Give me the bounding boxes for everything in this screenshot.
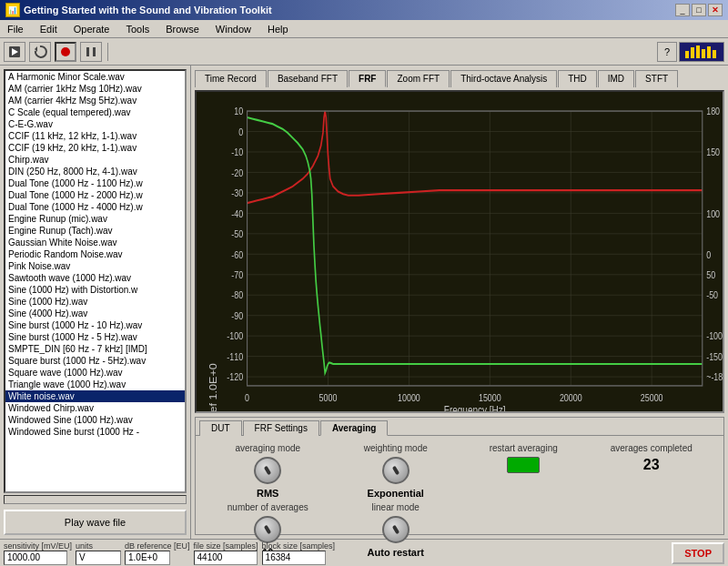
toolbar-run-button[interactable] xyxy=(4,42,25,62)
list-item[interactable]: CCIF (11 kHz, 12 kHz, 1-1).wav xyxy=(5,130,185,142)
toolbar-pause-button[interactable] xyxy=(80,42,102,62)
svg-text:-80: -80 xyxy=(231,289,243,300)
list-item[interactable]: Sine burst (1000 Hz - 10 Hz).wav xyxy=(5,319,185,331)
list-item[interactable]: SMPTE_DIN [60 Hz - 7 kHz] [IMD] xyxy=(5,343,185,355)
averaging-mode-knob[interactable] xyxy=(254,457,281,484)
bottom-tab-averaging[interactable]: Averaging xyxy=(320,420,389,436)
window-title: Getting Started with the Sound and Vibra… xyxy=(24,5,272,15)
svg-rect-5 xyxy=(93,47,96,56)
linear-mode-knob[interactable] xyxy=(382,516,410,543)
toolbar-reset-button[interactable] xyxy=(29,42,51,62)
list-item[interactable]: Windowed Sine burst (1000 Hz - xyxy=(5,426,185,438)
units-field: units xyxy=(76,541,121,565)
list-item[interactable]: Square wave (1000 Hz).wav xyxy=(5,367,185,379)
menu-edit[interactable]: Edit xyxy=(36,23,61,35)
block-size-input[interactable] xyxy=(262,551,326,565)
list-item[interactable]: Square burst (1000 Hz - 5Hz).wav xyxy=(5,355,185,367)
list-item[interactable]: Triangle wave (1000 Hz).wav xyxy=(5,379,185,390)
menu-help[interactable]: Help xyxy=(264,23,292,35)
maximize-button[interactable]: □ xyxy=(692,4,706,16)
sensitivity-label: sensitivity [mV/EU] xyxy=(4,541,72,551)
svg-rect-12 xyxy=(713,50,716,58)
file-listbox[interactable]: A Harmonic Minor Scale.wavAM (carrier 1k… xyxy=(4,69,187,493)
main-area: A Harmonic Minor Scale.wavAM (carrier 1k… xyxy=(0,66,728,539)
db-ref-field: dB reference [EU] xyxy=(125,541,190,565)
list-item[interactable]: Chirp.wav xyxy=(5,154,185,166)
toolbar-record-button[interactable] xyxy=(55,42,76,62)
list-item[interactable]: Engine Runup (Tach).wav xyxy=(5,225,185,237)
sensitivity-field: sensitivity [mV/EU] xyxy=(4,541,72,565)
weighting-mode-value: Exponential xyxy=(368,488,424,499)
list-item[interactable]: DIN (250 Hz, 8000 Hz, 4-1).wav xyxy=(5,166,185,177)
menu-tools[interactable]: Tools xyxy=(122,23,153,35)
list-item[interactable]: Pink Noise.wav xyxy=(5,260,185,272)
list-item[interactable]: Sine (1000 Hz) with Distortion.w xyxy=(5,284,185,296)
list-item[interactable]: Periodic Random Noise.wav xyxy=(5,248,185,260)
list-item[interactable]: C-E-G.wav xyxy=(5,118,185,130)
tab-third-octave-analysis[interactable]: Third-octave Analysis xyxy=(450,70,557,87)
bottom-section: DUTFRF SettingsAveraging averaging mode … xyxy=(195,417,724,535)
svg-text:0: 0 xyxy=(245,392,249,403)
list-item[interactable]: Dual Tone (1000 Hz - 1100 Hz).w xyxy=(5,177,185,189)
num-averages-knob[interactable] xyxy=(254,516,281,543)
units-input[interactable] xyxy=(76,551,121,565)
window-icon: 📊 xyxy=(5,3,20,17)
bottom-tab-dut[interactable]: DUT xyxy=(199,420,242,436)
minimize-button[interactable]: _ xyxy=(675,4,690,16)
list-item[interactable]: AM (carrier 1kHz Msg 10Hz).wav xyxy=(5,83,185,95)
tab-zoom-fft[interactable]: Zoom FFT xyxy=(387,70,450,87)
svg-text:-90: -90 xyxy=(231,310,243,321)
list-item[interactable]: Engine Runup (mic).wav xyxy=(5,213,185,225)
restart-toggle[interactable] xyxy=(507,457,540,473)
logo xyxy=(679,42,724,62)
tab-baseband-fft[interactable]: Baseband FFT xyxy=(268,70,348,87)
close-button[interactable]: ✕ xyxy=(708,4,723,16)
tab-imd[interactable]: IMD xyxy=(598,70,634,87)
menu-window[interactable]: Window xyxy=(212,23,255,35)
file-size-input[interactable] xyxy=(194,551,258,565)
list-item[interactable]: Sawtooth wave (1000 Hz).wav xyxy=(5,272,185,284)
list-item[interactable]: Sine (1000 Hz).wav xyxy=(5,296,185,308)
chart-container: 10 0 -10 -20 -30 -40 -50 -60 -70 -80 -90… xyxy=(195,90,724,413)
horizontal-scrollbar[interactable] xyxy=(4,495,187,504)
svg-text:10000: 10000 xyxy=(398,392,420,403)
tab-time-record[interactable]: Time Record xyxy=(195,70,267,87)
list-item[interactable]: Windowed Sine (1000 Hz).wav xyxy=(5,414,185,426)
db-ref-input[interactable] xyxy=(125,551,170,565)
svg-text:-100: -100 xyxy=(227,330,243,341)
list-item[interactable]: C Scale (equal tempered).wav xyxy=(5,106,185,118)
svg-text:-70: -70 xyxy=(231,269,243,280)
list-item[interactable]: Dual Tone (1000 Hz - 4000 Hz).w xyxy=(5,201,185,213)
weighting-mode-knob[interactable] xyxy=(382,457,410,484)
file-list-panel: A Harmonic Minor Scale.wavAM (carrier 1k… xyxy=(0,66,191,539)
help-button[interactable]: ? xyxy=(657,42,677,62)
svg-text:-100: -100 xyxy=(706,330,723,341)
tab-thd[interactable]: THD xyxy=(558,70,597,87)
tab-stft[interactable]: STFT xyxy=(635,70,678,87)
list-item[interactable]: CCIF (19 kHz, 20 kHz, 1-1).wav xyxy=(5,142,185,154)
svg-text:dB ref 1.0E+0: dB ref 1.0E+0 xyxy=(208,363,218,411)
list-item[interactable]: Gaussian White Noise.wav xyxy=(5,237,185,248)
svg-text:-60: -60 xyxy=(231,249,243,260)
linear-mode-label: linear mode xyxy=(372,502,420,512)
list-item[interactable]: Sine burst (1000 Hz - 5 Hz).wav xyxy=(5,331,185,343)
title-bar: 📊 Getting Started with the Sound and Vib… xyxy=(0,0,728,20)
play-wave-button[interactable]: Play wave file xyxy=(4,510,187,535)
menu-file[interactable]: File xyxy=(4,23,27,35)
stop-button[interactable]: STOP xyxy=(672,542,724,564)
bottom-tab-frf-settings[interactable]: FRF Settings xyxy=(243,420,319,436)
menu-operate[interactable]: Operate xyxy=(70,23,114,35)
list-item[interactable]: White noise.wav xyxy=(5,390,185,402)
list-item[interactable]: Dual Tone (1000 Hz - 2000 Hz).w xyxy=(5,189,185,201)
menu-browse[interactable]: Browse xyxy=(162,23,203,35)
list-item[interactable]: A Harmonic Minor Scale.wav xyxy=(5,71,185,83)
file-size-field: file size [samples] xyxy=(194,541,258,565)
tab-frf[interactable]: FRF xyxy=(349,70,386,87)
sensitivity-input[interactable] xyxy=(4,551,67,565)
block-size-field: block size [samples] xyxy=(262,541,336,565)
list-item[interactable]: Windowed Chirp.wav xyxy=(5,402,185,414)
list-item[interactable]: Sine (4000 Hz).wav xyxy=(5,308,185,319)
svg-text:-150: -150 xyxy=(706,351,723,362)
list-item[interactable]: AM (carrier 4kHz Msg 5Hz).wav xyxy=(5,95,185,106)
svg-rect-4 xyxy=(86,47,89,56)
